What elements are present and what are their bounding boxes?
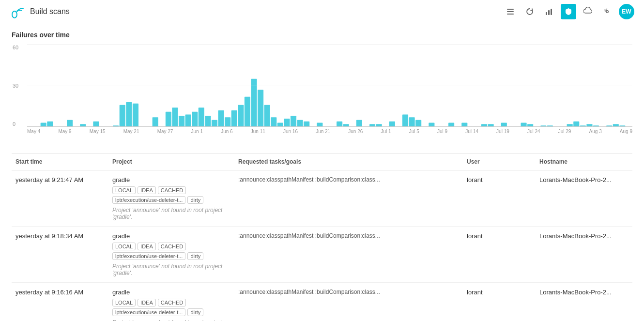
svg-rect-25 — [218, 110, 224, 127]
table-row: yesterday at 9:18:34 AM gradle LOCAL IDE… — [12, 227, 632, 283]
chart-nav-icon[interactable] — [541, 4, 557, 19]
svg-rect-31 — [258, 90, 263, 127]
x-label-may27: May 27 — [157, 129, 173, 134]
tag-dirty[interactable]: dirty — [187, 196, 203, 204]
svg-rect-48 — [415, 120, 421, 127]
svg-rect-32 — [264, 105, 270, 127]
row2-project: gradle LOCAL IDEA CACHED lptr/execution/… — [108, 232, 234, 276]
table-row: yesterday at 9:16:16 AM gradle LOCAL IDE… — [12, 283, 632, 321]
x-label-aug9: Aug 9 — [620, 129, 632, 134]
tag-path[interactable]: lptr/execution/use-deleter-t... — [112, 308, 185, 316]
svg-rect-19 — [179, 116, 184, 127]
tag-dirty[interactable]: dirty — [187, 252, 203, 260]
row1-tags: LOCAL IDEA CACHED lptr/execution/use-del… — [112, 186, 230, 204]
tag-local[interactable]: LOCAL — [112, 243, 136, 250]
svg-point-0 — [12, 11, 17, 18]
list-nav-icon[interactable] — [503, 4, 518, 19]
user-avatar[interactable]: EW — [619, 4, 634, 19]
x-label-jul14: Jul 14 — [465, 129, 478, 134]
settings-nav-icon[interactable] — [599, 4, 615, 19]
row3-user: lorant — [463, 289, 536, 296]
x-label-jul29: Jul 29 — [558, 129, 571, 134]
row3-hostname: Lorants-MacBook-Pro-2... — [536, 289, 632, 296]
row3-tasks: :announce:classpathManifest :buildCompar… — [234, 289, 463, 295]
builds-table: Start time Project Requested tasks/goals… — [12, 153, 632, 321]
tag-dirty[interactable]: dirty — [187, 308, 203, 316]
row2-project-name[interactable]: gradle — [112, 232, 230, 240]
tag-local[interactable]: LOCAL — [112, 186, 136, 194]
svg-rect-28 — [238, 105, 244, 127]
tag-idea[interactable]: IDEA — [138, 186, 156, 194]
svg-rect-23 — [205, 116, 211, 127]
svg-rect-37 — [297, 120, 303, 127]
cloud-nav-icon[interactable] — [580, 4, 596, 19]
svg-rect-26 — [225, 117, 230, 127]
shield-nav-icon[interactable] — [561, 4, 576, 19]
row2-tasks: :announce:classpathManifest :buildCompar… — [234, 232, 463, 239]
svg-rect-16 — [153, 117, 158, 127]
svg-rect-33 — [271, 117, 276, 127]
header: Build scans — [0, 0, 644, 23]
row3-project-name[interactable]: gradle — [112, 289, 230, 296]
x-label-jul24: Jul 24 — [527, 129, 540, 134]
svg-rect-6 — [551, 9, 552, 15]
row1-start-time: yesterday at 9:21:47 AM — [12, 176, 108, 183]
svg-rect-22 — [199, 107, 204, 127]
x-labels-row: May 4 May 9 May 15 May 21 May 27 Jun 1 J… — [27, 129, 632, 134]
gridline-bottom — [27, 126, 632, 127]
row1-hostname: Lorants-MacBook-Pro-2... — [536, 176, 632, 183]
svg-rect-15 — [133, 104, 138, 127]
row1-project-name[interactable]: gradle — [112, 176, 230, 183]
x-label-may4: May 4 — [27, 129, 40, 134]
svg-rect-35 — [284, 119, 290, 127]
col-header-starttime: Start time — [12, 158, 108, 165]
col-header-hostname: Hostname — [536, 158, 632, 165]
tag-path[interactable]: lptr/execution/use-deleter-t... — [112, 252, 185, 260]
row3-error: Project 'announce' not found in root pro… — [112, 319, 230, 321]
row2-tags: LOCAL IDEA CACHED lptr/execution/use-del… — [112, 243, 230, 260]
x-label-jun21: Jun 21 — [316, 129, 330, 134]
svg-rect-5 — [548, 10, 550, 15]
row2-error: Project 'announce' not found in root pro… — [112, 263, 230, 276]
svg-rect-24 — [212, 120, 217, 127]
svg-rect-17 — [166, 112, 171, 127]
x-label-may15: May 15 — [90, 129, 106, 134]
tag-local[interactable]: LOCAL — [112, 299, 136, 306]
failures-chart: 60 30 0 May 4 May 9 May 15 May 21 May 27… — [12, 45, 632, 141]
main-content: Failures over time 60 30 0 May 4 May 9 M… — [0, 23, 644, 321]
tag-idea[interactable]: IDEA — [138, 299, 156, 306]
table-header: Start time Project Requested tasks/goals… — [12, 153, 632, 170]
row3-tags: LOCAL IDEA CACHED lptr/execution/use-del… — [112, 299, 230, 316]
tag-idea[interactable]: IDEA — [138, 243, 156, 250]
x-label-jun6: Jun 6 — [221, 129, 232, 134]
tag-cached[interactable]: CACHED — [158, 243, 186, 250]
svg-rect-3 — [507, 14, 514, 15]
row1-error: Project 'announce' not found in root pro… — [112, 207, 230, 220]
svg-rect-9 — [67, 120, 73, 127]
row1-project: gradle LOCAL IDEA CACHED lptr/execution/… — [108, 176, 234, 220]
col-header-project: Project — [108, 158, 234, 165]
svg-rect-47 — [409, 117, 415, 127]
svg-rect-2 — [507, 11, 514, 12]
tag-path[interactable]: lptr/execution/use-deleter-t... — [112, 196, 185, 204]
row3-project: gradle LOCAL IDEA CACHED lptr/execution/… — [108, 289, 234, 321]
x-label-aug3: Aug 3 — [589, 129, 602, 134]
col-header-tasks: Requested tasks/goals — [234, 158, 463, 165]
tag-cached[interactable]: CACHED — [158, 299, 186, 306]
chart-title: Failures over time — [12, 31, 632, 39]
refresh-nav-icon[interactable] — [522, 4, 537, 19]
row1-tasks: :announce:classpathManifest :buildCompar… — [234, 176, 463, 183]
x-label-may9: May 9 — [58, 129, 71, 134]
header-left: Build scans — [10, 4, 70, 19]
tag-cached[interactable]: CACHED — [158, 186, 186, 194]
header-right: EW — [503, 4, 634, 19]
row3-start-time: yesterday at 9:16:16 AM — [12, 289, 108, 296]
row2-start-time: yesterday at 9:18:34 AM — [12, 232, 108, 240]
x-label-jul1: Jul 1 — [381, 129, 391, 134]
col-header-user: User — [463, 158, 536, 165]
svg-rect-4 — [546, 12, 547, 15]
row1-user: lorant — [463, 176, 536, 183]
row2-hostname: Lorants-MacBook-Pro-2... — [536, 232, 632, 240]
x-label-jun26: Jun 26 — [348, 129, 363, 134]
gridline-mid — [27, 86, 632, 86]
